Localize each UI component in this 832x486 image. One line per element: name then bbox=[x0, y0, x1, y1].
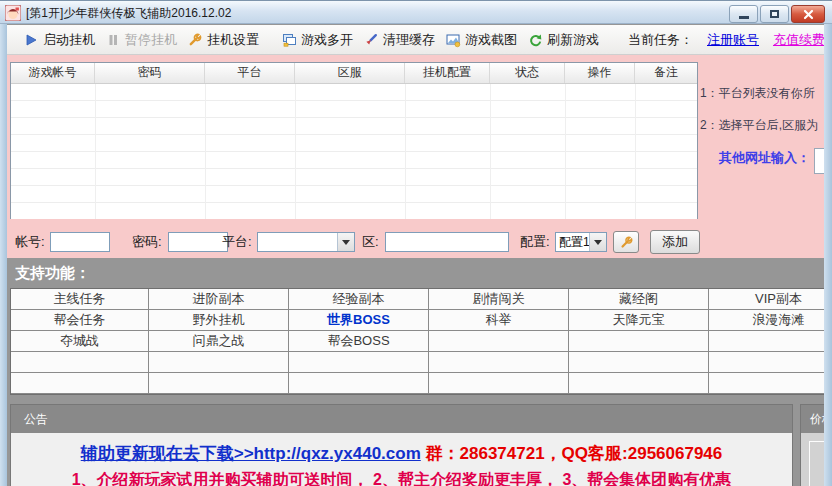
game-screenshot-label: 游戏截图 bbox=[465, 31, 517, 49]
maximize-icon bbox=[770, 10, 779, 18]
feature-cell bbox=[569, 373, 709, 394]
features-title: 支持功能： bbox=[15, 258, 90, 288]
start-hangup-label: 启动挂机 bbox=[43, 31, 95, 49]
platform-label: 平台: bbox=[222, 232, 252, 252]
col-game-account[interactable]: 游戏帐号 bbox=[11, 63, 95, 83]
register-account-link[interactable]: 注册账号 bbox=[707, 31, 759, 49]
platform-select[interactable] bbox=[257, 232, 355, 252]
column-divider bbox=[205, 84, 206, 219]
column-divider bbox=[635, 84, 636, 219]
zone-label: 区: bbox=[362, 232, 379, 252]
multi-open-label: 游戏多开 bbox=[301, 31, 353, 49]
clear-cache-button[interactable]: 清理缓存 bbox=[358, 28, 440, 52]
zone-input[interactable] bbox=[385, 232, 509, 252]
play-icon bbox=[23, 32, 39, 48]
refresh-icon bbox=[527, 32, 543, 48]
hangup-settings-button[interactable]: 挂机设置 bbox=[182, 28, 264, 52]
chevron-down-icon bbox=[589, 233, 606, 251]
game-screenshot-button[interactable]: 游戏截图 bbox=[440, 28, 522, 52]
feature-cell bbox=[709, 373, 832, 394]
announcement-line2: 1、介绍新玩家试用并购买辅助可送时间， 2、帮主介绍奖励更丰厚， 3、帮会集体团… bbox=[11, 470, 792, 486]
multi-window-icon bbox=[281, 32, 297, 48]
feature-cell: 藏经阁 bbox=[569, 289, 709, 310]
other-url-label: 其他网址输入： bbox=[719, 149, 810, 167]
config-select-value: 配置1 bbox=[559, 233, 590, 251]
wrench-icon bbox=[187, 32, 203, 48]
feature-cell: 经验副本 bbox=[289, 289, 429, 310]
config-select[interactable]: 配置1 bbox=[555, 232, 607, 252]
feature-cell: 帮会BOSS bbox=[289, 331, 429, 352]
pause-hangup-button[interactable]: 暂停挂机 bbox=[100, 28, 182, 52]
minimize-button[interactable] bbox=[729, 5, 758, 23]
window-border-right bbox=[824, 24, 832, 486]
col-status[interactable]: 状态 bbox=[490, 63, 565, 83]
feature-cell: 主线任务 bbox=[11, 289, 149, 310]
qq-contact-text: 群：286374721，QQ客服:2956067946 bbox=[421, 444, 722, 463]
feature-cell: 帮会任务 bbox=[11, 310, 149, 331]
feature-cell bbox=[149, 373, 289, 394]
col-zone[interactable]: 区服 bbox=[295, 63, 405, 83]
minimize-icon bbox=[739, 16, 749, 19]
feature-cell bbox=[429, 352, 569, 373]
feature-cell: 夺城战 bbox=[11, 331, 149, 352]
hint-note-2: 2：选择平台后,区服为 bbox=[700, 117, 818, 134]
wrench-icon bbox=[619, 235, 634, 250]
account-label: 帐号: bbox=[15, 232, 45, 252]
recharge-renew-link[interactable]: 充值续费 bbox=[773, 31, 825, 49]
col-hangup-config[interactable]: 挂机配置 bbox=[405, 63, 490, 83]
feature-cell bbox=[289, 373, 429, 394]
clear-cache-label: 清理缓存 bbox=[383, 31, 435, 49]
refresh-game-button[interactable]: 刷新游戏 bbox=[522, 28, 604, 52]
window-border-left bbox=[0, 24, 7, 486]
current-task-label: 当前任务： bbox=[628, 31, 693, 49]
title-bar: [第1开]少年群侠传极飞辅助2016.12.02 bbox=[0, 0, 832, 24]
col-password[interactable]: 密码 bbox=[95, 63, 205, 83]
feature-cell bbox=[289, 352, 429, 373]
download-link[interactable]: 辅助更新现在去下载>>http://qxz.yx440.com bbox=[81, 444, 421, 463]
feature-cell: 天降元宝 bbox=[569, 310, 709, 331]
password-label: 密码: bbox=[132, 232, 162, 252]
toolbar: 启动挂机 暂停挂机 挂机设置 游戏多开 bbox=[7, 25, 824, 55]
account-table: 游戏帐号 密码 平台 区服 挂机配置 状态 操作 备注 bbox=[10, 62, 698, 219]
account-table-header: 游戏帐号 密码 平台 区服 挂机配置 状态 操作 备注 bbox=[11, 63, 697, 84]
main-panel: 游戏帐号 密码 平台 区服 挂机配置 状态 操作 备注 1：平台列表没有你所 2… bbox=[7, 55, 824, 258]
feature-cell bbox=[429, 331, 569, 352]
hangup-settings-label: 挂机设置 bbox=[207, 31, 259, 49]
app-icon bbox=[5, 5, 21, 21]
account-input[interactable] bbox=[50, 232, 110, 252]
feature-cell bbox=[429, 373, 569, 394]
start-hangup-button[interactable]: 启动挂机 bbox=[18, 28, 100, 52]
multi-open-button[interactable]: 游戏多开 bbox=[276, 28, 358, 52]
announcement-header: 公告 bbox=[11, 405, 792, 433]
feature-cell bbox=[11, 373, 149, 394]
col-remark[interactable]: 备注 bbox=[635, 63, 697, 83]
password-input[interactable] bbox=[168, 232, 228, 252]
maximize-button[interactable] bbox=[760, 5, 789, 23]
col-operation[interactable]: 操作 bbox=[565, 63, 635, 83]
feature-cell: 问鼎之战 bbox=[149, 331, 289, 352]
config-edit-button[interactable] bbox=[613, 231, 639, 253]
feature-cell: 科举 bbox=[429, 310, 569, 331]
window-title: [第1开]少年群侠传极飞辅助2016.12.02 bbox=[26, 1, 231, 25]
column-divider bbox=[405, 84, 406, 219]
refresh-game-label: 刷新游戏 bbox=[547, 31, 599, 49]
announcement-line1: 辅助更新现在去下载>>http://qxz.yx440.com 群：286374… bbox=[11, 442, 792, 465]
add-button[interactable]: 添加 bbox=[650, 230, 700, 254]
pause-icon bbox=[105, 32, 121, 48]
feature-cell: 野外挂机 bbox=[149, 310, 289, 331]
feature-cell: 浪漫海滩 bbox=[709, 310, 832, 331]
feature-cell bbox=[569, 331, 709, 352]
column-divider bbox=[295, 84, 296, 219]
brush-icon bbox=[363, 32, 379, 48]
close-icon bbox=[803, 9, 814, 20]
col-platform[interactable]: 平台 bbox=[205, 63, 295, 83]
feature-cell bbox=[569, 352, 709, 373]
chevron-down-icon bbox=[337, 233, 354, 251]
bottom-section: 支持功能： 主线任务 进阶副本 经验副本 剧情闯关 藏经阁 VIP副本 帮会任务… bbox=[7, 258, 824, 486]
close-button[interactable] bbox=[791, 5, 825, 23]
features-table: 主线任务 进阶副本 经验副本 剧情闯关 藏经阁 VIP副本 帮会任务 野外挂机 … bbox=[10, 288, 832, 395]
feature-cell bbox=[709, 352, 832, 373]
feature-cell: 进阶副本 bbox=[149, 289, 289, 310]
hint-note-1: 1：平台列表没有你所 bbox=[700, 85, 815, 102]
feature-cell: VIP副本 bbox=[709, 289, 832, 310]
